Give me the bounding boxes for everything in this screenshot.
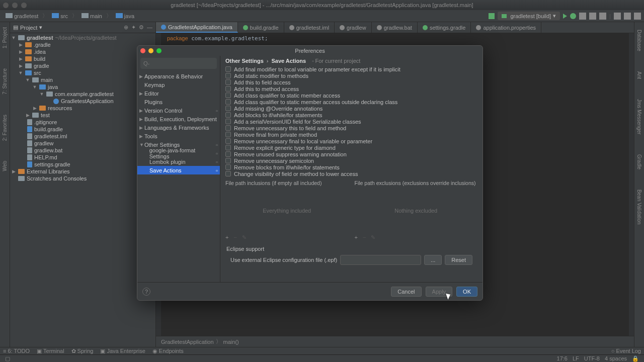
- toolwin-endpoints[interactable]: ◉ Endpoints: [152, 348, 184, 354]
- tree-item[interactable]: gradlew: [34, 140, 54, 146]
- tab-application[interactable]: GradletestApplication.java: [156, 22, 238, 33]
- tab-appprops[interactable]: application.properties: [471, 22, 541, 33]
- tree-item[interactable]: build.gradle: [34, 126, 63, 132]
- toolwin-todo[interactable]: ≡ 6: TODO: [3, 348, 30, 354]
- opt-checkbox[interactable]: Add this to field access: [225, 79, 477, 85]
- inclusions-list[interactable]: Everything included: [225, 188, 349, 233]
- crumb-src[interactable]: src: [49, 13, 70, 20]
- opt-checkbox[interactable]: Remove unnecessary this to field and met…: [225, 125, 477, 131]
- side-tools[interactable]: ▶Tools: [137, 132, 220, 140]
- toolwin-bean[interactable]: Bean Validation: [636, 190, 642, 224]
- tree-root[interactable]: gradletest: [27, 35, 53, 41]
- status-enc[interactable]: UTF-8: [584, 355, 600, 362]
- tree-scratches[interactable]: Scratches and Consoles: [27, 175, 87, 182]
- side-plugins[interactable]: Plugins: [137, 98, 220, 106]
- toolwin-structure[interactable]: 7: Structure: [2, 68, 8, 95]
- tab-settings[interactable]: settings.gradle: [418, 22, 471, 33]
- stop-icon[interactable]: [599, 13, 606, 20]
- project-panel-title[interactable]: ▤ Project ▾: [13, 24, 42, 31]
- toolwin-project[interactable]: 1: Project: [2, 27, 8, 48]
- crumb-main[interactable]: main: [79, 13, 105, 20]
- tab-build[interactable]: build.gradle: [238, 22, 284, 33]
- side-keymap[interactable]: Keymap: [137, 80, 220, 89]
- toolwin-favorites[interactable]: 2: Favorites: [2, 115, 8, 141]
- locate-icon[interactable]: ⊕: [124, 24, 128, 31]
- toolwin-database[interactable]: Database: [636, 30, 642, 51]
- opt-checkbox[interactable]: Remove final from private method: [225, 131, 477, 138]
- profile-icon[interactable]: [589, 13, 596, 20]
- opt-checkbox[interactable]: Remove explicit generic type for diamond: [225, 144, 477, 151]
- search-icon[interactable]: [634, 13, 641, 20]
- side-editor[interactable]: ▶Editor: [137, 89, 220, 98]
- lock-icon[interactable]: 🔒: [632, 355, 639, 362]
- add-icon[interactable]: +: [355, 234, 358, 241]
- reset-button[interactable]: Reset: [445, 255, 472, 265]
- tree-item[interactable]: com.example.gradletest: [55, 91, 114, 97]
- opt-checkbox[interactable]: Change visibility of field or method to …: [225, 170, 477, 177]
- run-config-selector[interactable]: gradletest [build] ▾: [498, 12, 560, 20]
- settings-icon[interactable]: ⚙: [139, 24, 144, 31]
- opt-checkbox[interactable]: Add final modifier to local variable or …: [225, 66, 477, 72]
- side-vcs[interactable]: ▶Version Control▫: [137, 106, 220, 115]
- tree-item[interactable]: gradlew.bat: [34, 147, 62, 153]
- opt-checkbox[interactable]: Add class qualifier to static member acc…: [225, 92, 477, 99]
- expand-icon[interactable]: ✦: [131, 24, 136, 31]
- exclusions-list[interactable]: Nothing excluded: [355, 188, 478, 233]
- opt-checkbox[interactable]: Add blocks to if/while/for statements: [225, 112, 477, 118]
- side-lang[interactable]: ▶Languages & Frameworks: [137, 123, 220, 132]
- settings-search[interactable]: Q-: [140, 58, 217, 69]
- build-icon[interactable]: [489, 13, 495, 19]
- coverage-icon[interactable]: [579, 13, 586, 20]
- hide-icon[interactable]: —: [147, 24, 152, 31]
- status-lf[interactable]: LF: [573, 355, 579, 362]
- toolwin-jms[interactable]: Jms Messenger: [636, 99, 642, 135]
- tree-external[interactable]: External Libraries: [27, 168, 70, 174]
- lastfiles-icon[interactable]: [624, 13, 631, 20]
- tree-item[interactable]: src: [34, 70, 41, 76]
- crumb-java[interactable]: java: [113, 13, 137, 20]
- tab-gradlewbat[interactable]: gradlew.bat: [372, 22, 418, 33]
- toolwin-spring[interactable]: ✿ Spring: [71, 348, 94, 354]
- run-icon[interactable]: [563, 14, 567, 19]
- side-appearance[interactable]: ▶Appearance & Behavior: [137, 72, 220, 80]
- cancel-button[interactable]: Cancel: [391, 287, 421, 297]
- vcs-icon[interactable]: [614, 13, 621, 20]
- crumb-project[interactable]: gradletest: [3, 13, 41, 20]
- opt-checkbox[interactable]: Add this to method access: [225, 85, 477, 92]
- tree-item[interactable]: gradletest.iml: [34, 133, 67, 139]
- toolwin-terminal[interactable]: ▣ Terminal: [37, 348, 64, 354]
- status-pos[interactable]: 17:6: [557, 355, 568, 362]
- tree-item[interactable]: java: [48, 84, 58, 90]
- toolwin-ant[interactable]: Ant: [636, 71, 642, 79]
- toolwin-web[interactable]: Web: [2, 161, 8, 171]
- tree-item[interactable]: gradle: [34, 63, 49, 69]
- tree-item[interactable]: HELP.md: [34, 154, 57, 160]
- ok-button[interactable]: OK: [456, 287, 477, 297]
- tree-item[interactable]: main: [41, 77, 53, 83]
- add-icon[interactable]: +: [225, 234, 228, 241]
- side-saveactions[interactable]: Save Actions▫: [137, 166, 220, 174]
- opt-checkbox[interactable]: Add class qualifier to static member acc…: [225, 99, 477, 105]
- tree-item[interactable]: settings.gradle: [34, 161, 70, 167]
- opt-checkbox[interactable]: Remove unnecessary semicolon: [225, 157, 477, 164]
- tree-item[interactable]: build: [34, 56, 45, 62]
- toolwin-eventlog[interactable]: ○ Event Log: [611, 348, 641, 354]
- opt-checkbox[interactable]: Add a serialVersionUID field for Seriali…: [225, 118, 477, 125]
- help-icon[interactable]: ?: [142, 288, 150, 296]
- project-tree[interactable]: ▼gradletest~/IdeaProjects/gradletest ▶.g…: [10, 33, 155, 183]
- tree-item[interactable]: .gradle: [34, 42, 51, 48]
- eclipse-path-input[interactable]: [340, 255, 421, 265]
- opt-checkbox[interactable]: Remove blocks from if/while/for statemen…: [225, 164, 477, 170]
- side-build[interactable]: ▶Build, Execution, Deployment: [137, 115, 220, 123]
- opt-checkbox[interactable]: Remove unused suppress warning annotatio…: [225, 151, 477, 157]
- tree-item[interactable]: .idea: [34, 49, 46, 55]
- toolwin-javaee[interactable]: ▣ Java Enterprise: [100, 348, 145, 354]
- tab-iml[interactable]: gradletest.iml: [284, 22, 335, 33]
- tree-item[interactable]: GradletestApplication: [61, 98, 114, 104]
- status-indent[interactable]: 4 spaces: [605, 355, 627, 362]
- toolwin-gradle[interactable]: Gradle: [636, 154, 642, 169]
- browse-button[interactable]: ...: [424, 255, 442, 265]
- tab-gradlew[interactable]: gradlew: [335, 22, 372, 33]
- tree-item[interactable]: test: [41, 112, 50, 118]
- side-google[interactable]: google-java-format Settings▫: [137, 149, 220, 157]
